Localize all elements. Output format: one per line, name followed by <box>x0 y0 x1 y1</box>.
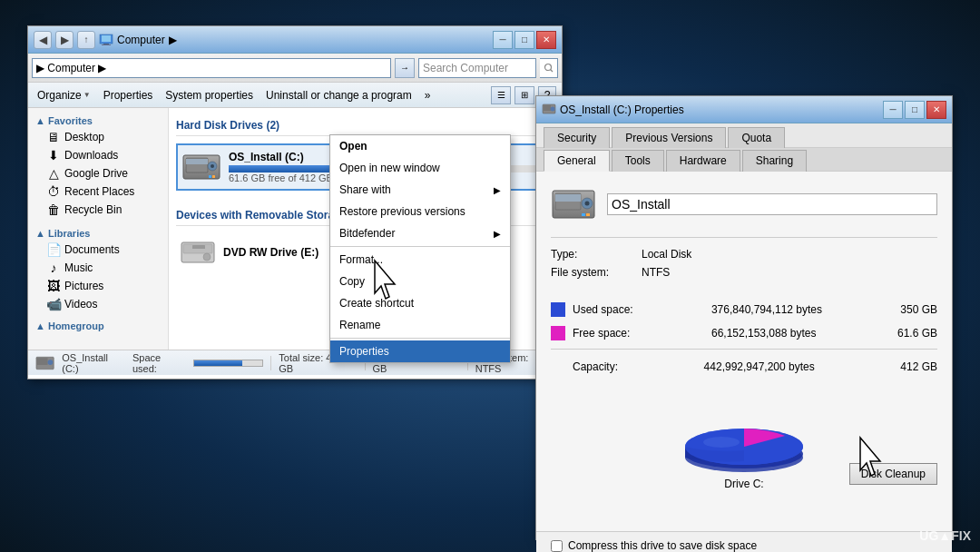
context-restore-versions[interactable]: Restore previous versions <box>330 201 510 222</box>
maximize-button[interactable]: □ <box>514 31 534 49</box>
go-button[interactable]: → <box>395 58 415 78</box>
svg-point-27 <box>585 202 590 206</box>
sidebar-item-pictures[interactable]: 🖼 Pictures <box>28 277 168 295</box>
context-share-with[interactable]: Share with ▶ <box>330 179 510 201</box>
up-button[interactable]: ↑ <box>77 31 95 49</box>
context-create-shortcut[interactable]: Create shortcut <box>330 292 510 314</box>
svg-point-4 <box>544 64 551 70</box>
used-space-bytes: 376,840,794,112 bytes <box>711 303 822 316</box>
drive-label-input[interactable] <box>607 193 937 215</box>
context-rename[interactable]: Rename <box>330 314 510 336</box>
props-tabs-row2: General Tools Hardware Sharing <box>536 148 952 172</box>
capacity-bytes: 442,992,947,200 bytes <box>704 360 815 373</box>
nav-pane: ▲ Favorites 🖥 Desktop ⬇ Downloads △ Goog… <box>28 108 169 350</box>
address-bar: ▶ Computer ▶ → Search Computer <box>28 54 562 83</box>
free-space-legend-box <box>551 326 565 340</box>
computer-icon <box>99 33 113 47</box>
organize-button[interactable]: Organize ▼ <box>34 87 94 104</box>
status-drive-name: OS_Install (C:) <box>62 352 125 374</box>
tab-quota[interactable]: Quota <box>728 127 785 148</box>
title-bar-controls: ─ □ ✕ <box>493 31 556 49</box>
homegroup-header[interactable]: ▲ Homegroup <box>28 317 168 333</box>
used-space-stats: Used space: 376,840,794,112 bytes 350 GB <box>573 303 937 316</box>
search-icon <box>544 63 554 74</box>
context-separator-2 <box>330 338 510 339</box>
props-close-button[interactable]: ✕ <box>926 101 946 119</box>
tab-previous-versions[interactable]: Previous Versions <box>612 127 726 148</box>
forward-button[interactable]: ▶ <box>55 31 74 49</box>
used-space-legend-box <box>551 302 565 317</box>
svg-point-10 <box>211 164 214 168</box>
sidebar-item-recent-places[interactable]: ⏱ Recent Places <box>28 182 168 201</box>
sidebar-item-videos[interactable]: 📹 Videos <box>28 295 168 313</box>
tab-security[interactable]: Security <box>544 127 610 148</box>
system-properties-button[interactable]: System properties <box>162 87 257 104</box>
props-hdd-icon <box>542 104 556 116</box>
sidebar-item-google-drive[interactable]: △ Google Drive <box>28 164 168 182</box>
tab-hardware[interactable]: Hardware <box>666 150 740 172</box>
context-bitdefender[interactable]: Bitdefender ▶ <box>330 222 510 244</box>
disk-cleanup-button[interactable]: Disk Cleanup <box>849 463 937 485</box>
pictures-icon: 🖼 <box>46 279 61 293</box>
used-space-label: Used space: <box>573 303 633 316</box>
search-button[interactable] <box>540 58 558 78</box>
close-button[interactable]: ✕ <box>536 31 556 49</box>
filesystem-row: File system: NTFS <box>551 263 937 281</box>
drive-c-label: Drive C: <box>724 478 763 490</box>
svg-rect-11 <box>209 175 211 178</box>
compress-label: Compress this drive to save disk space <box>568 539 757 552</box>
free-space-gb: 61.6 GB <box>897 327 937 340</box>
status-separator-1 <box>270 356 271 370</box>
svg-point-19 <box>48 360 54 365</box>
props-maximize-button[interactable]: □ <box>905 101 925 119</box>
filesystem-value: NTFS <box>642 266 670 279</box>
type-label: Type: <box>551 248 642 261</box>
favorites-header[interactable]: ▲ Favorites <box>28 112 168 128</box>
props-footer: Compress this drive to save disk space A… <box>536 531 952 552</box>
tab-general[interactable]: General <box>544 150 610 172</box>
svg-point-15 <box>203 253 211 261</box>
props-title-left: OS_Install (C:) Properties <box>542 104 684 116</box>
tab-sharing[interactable]: Sharing <box>742 150 807 172</box>
address-input[interactable]: ▶ Computer ▶ <box>32 58 391 78</box>
svg-rect-12 <box>212 175 215 178</box>
documents-icon: 📄 <box>46 242 61 257</box>
hard-disk-header: Hard Disk Drives (2) <box>176 115 554 136</box>
drive-header <box>551 186 937 222</box>
sidebar-item-recycle-bin[interactable]: 🗑 Recycle Bin <box>28 201 168 219</box>
context-open-new-window[interactable]: Open in new window <box>330 157 510 179</box>
view-toggle-button[interactable]: ☰ <box>491 86 511 104</box>
free-space-bytes: 66,152,153,088 bytes <box>711 327 816 340</box>
recycle-bin-icon: 🗑 <box>46 202 61 217</box>
props-minimize-button[interactable]: ─ <box>883 101 903 119</box>
context-copy[interactable]: Copy <box>330 271 510 292</box>
context-open[interactable]: Open <box>330 135 510 157</box>
context-format[interactable]: Format... <box>330 249 510 271</box>
view-large-button[interactable]: ⊞ <box>514 86 534 104</box>
sidebar-item-documents[interactable]: 📄 Documents <box>28 241 168 259</box>
watermark: UG▲FIX <box>919 528 971 543</box>
desktop-icon: 🖥 <box>46 130 61 144</box>
tab-tools[interactable]: Tools <box>612 150 664 172</box>
minimize-button[interactable]: ─ <box>493 31 513 49</box>
back-button[interactable]: ◀ <box>34 31 52 49</box>
props-title-controls: ─ □ ✕ <box>883 101 946 119</box>
sidebar-item-music[interactable]: ♪ Music <box>28 259 168 277</box>
context-separator-1 <box>330 246 510 247</box>
explorer-title: Computer <box>117 34 165 46</box>
compress-checkbox[interactable] <box>551 540 563 552</box>
libraries-header[interactable]: ▲ Libraries <box>28 224 168 241</box>
props-tabs-row1: Security Previous Versions Quota <box>536 123 952 148</box>
sidebar-item-downloads[interactable]: ⬇ Downloads <box>28 146 168 164</box>
uninstall-button[interactable]: Uninstall or change a program <box>262 87 416 104</box>
context-properties[interactable]: Properties <box>330 340 510 362</box>
type-value: Local Disk <box>642 248 691 261</box>
svg-rect-28 <box>582 213 585 216</box>
share-with-arrow: ▶ <box>494 185 501 195</box>
properties-button[interactable]: Properties <box>100 87 157 104</box>
sidebar-item-desktop[interactable]: 🖥 Desktop <box>28 128 168 146</box>
more-button[interactable]: » <box>421 87 435 104</box>
status-progress <box>193 360 263 367</box>
dvd-icon <box>180 237 216 268</box>
search-input[interactable]: Search Computer <box>418 58 536 78</box>
